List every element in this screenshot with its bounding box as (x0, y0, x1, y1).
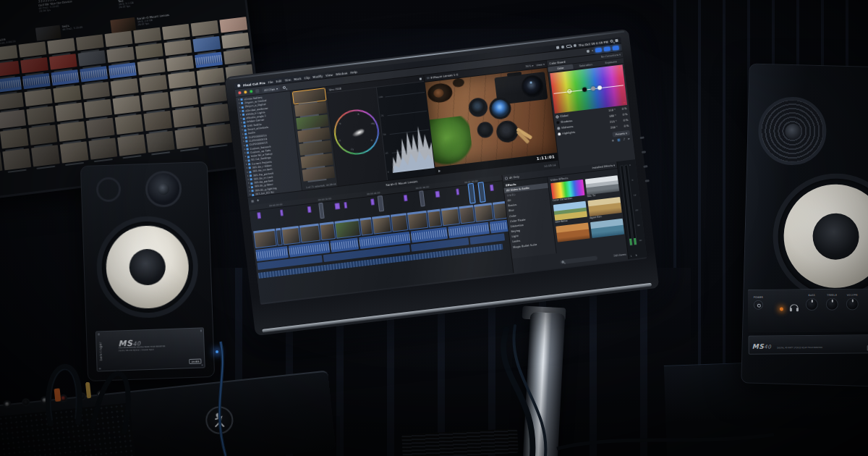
mixer-cables (0, 0, 868, 456)
studio-scene: All Clips ❯❯❯❯❯❯❯❯Voice Rush16:9, 73.4 M… (0, 0, 868, 456)
